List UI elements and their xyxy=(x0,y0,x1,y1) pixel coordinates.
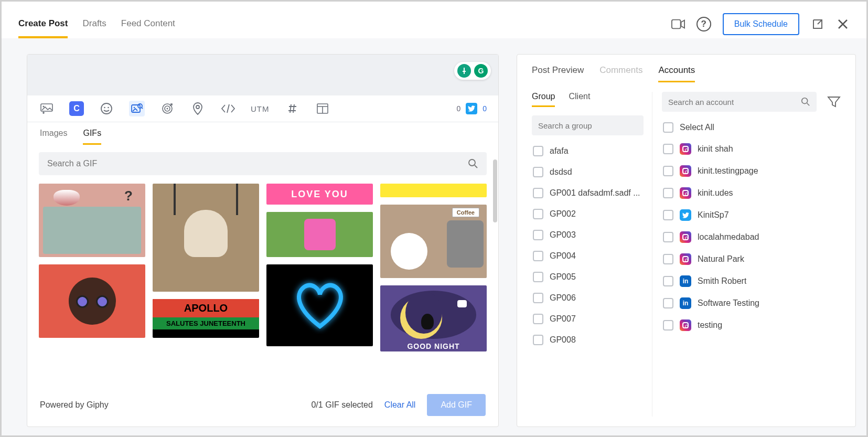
checkbox[interactable] xyxy=(533,167,543,177)
instagram-icon xyxy=(680,319,691,331)
tab-comments: Comments xyxy=(599,65,642,82)
checkbox[interactable] xyxy=(533,272,543,282)
account-search-input[interactable] xyxy=(668,98,801,106)
checkbox[interactable] xyxy=(663,166,673,176)
filter-icon[interactable] xyxy=(827,95,841,108)
checkbox[interactable] xyxy=(663,232,673,242)
gif-thumb[interactable] xyxy=(266,212,373,257)
checkbox[interactable] xyxy=(663,320,673,331)
checkbox[interactable] xyxy=(663,254,673,264)
accounts-columns: Group Client afafadsdsdGP001 dafsadmf.sa… xyxy=(532,92,841,417)
group-row[interactable]: GP008 xyxy=(532,329,644,350)
location-icon[interactable] xyxy=(190,101,206,116)
checkbox[interactable] xyxy=(533,335,543,345)
sub-tab-group[interactable]: Group xyxy=(532,92,555,107)
tab-accounts[interactable]: Accounts xyxy=(658,65,695,82)
gif-thumb[interactable]: APOLLO SALUTES JUNETEENTH xyxy=(153,299,259,338)
account-search-box[interactable] xyxy=(662,92,817,112)
media-library-icon[interactable] xyxy=(39,101,55,116)
checkbox[interactable] xyxy=(663,144,673,154)
tab-feed-content[interactable]: Feed Content xyxy=(121,18,175,38)
checkbox[interactable] xyxy=(663,188,673,198)
group-row[interactable]: afafa xyxy=(532,141,644,162)
template-icon[interactable] xyxy=(315,101,330,116)
group-row[interactable]: GP003 xyxy=(532,225,644,246)
gif-thumb[interactable] xyxy=(380,184,487,197)
topbar: Create Post Drafts Feed Content ? Bulk S… xyxy=(2,2,866,38)
account-row[interactable]: inSmith Robert xyxy=(662,270,841,292)
gif-search-box[interactable] xyxy=(39,152,487,175)
svg-point-16 xyxy=(802,98,808,104)
composer-panel: G C xyxy=(27,54,499,427)
account-row[interactable]: Natural Park xyxy=(662,248,841,270)
group-search-box[interactable] xyxy=(532,115,644,135)
account-row[interactable]: KinitSp7 xyxy=(662,204,841,226)
account-label: kinit.testingpage xyxy=(698,166,758,176)
account-label: Software Testing xyxy=(698,299,759,308)
popout-icon[interactable] xyxy=(811,17,824,31)
group-row[interactable]: GP006 xyxy=(532,287,644,308)
gif-thumb[interactable]: GOOD NIGHT xyxy=(380,285,487,351)
account-row[interactable]: kinit.udes xyxy=(662,182,841,204)
account-row[interactable]: kinit shah xyxy=(662,138,841,160)
checkbox[interactable] xyxy=(533,251,543,261)
tab-post-preview[interactable]: Post Preview xyxy=(532,65,584,82)
checkbox[interactable] xyxy=(663,298,673,308)
clear-all-link[interactable]: Clear All xyxy=(384,400,416,410)
checkbox[interactable] xyxy=(663,210,673,220)
group-row[interactable]: GP001 dafsadmf.sadf ... xyxy=(532,183,644,204)
code-icon[interactable] xyxy=(220,101,236,116)
gif-search-icon[interactable] xyxy=(129,101,145,116)
gif-thumb[interactable] xyxy=(153,184,259,292)
account-row[interactable]: localahmedabad xyxy=(662,226,841,248)
group-row[interactable]: GP007 xyxy=(532,308,644,329)
account-row[interactable]: kinit.testingpage xyxy=(662,160,841,182)
account-row[interactable]: inSoftware Testing xyxy=(662,292,841,314)
gif-thumb[interactable]: Coffee xyxy=(380,205,487,278)
checkbox[interactable] xyxy=(533,230,543,240)
svg-point-11 xyxy=(167,108,168,110)
grammarly-pill[interactable]: G xyxy=(454,62,491,80)
sub-tab-client[interactable]: Client xyxy=(569,92,590,107)
group-label: GP001 dafsadmf.sadf ... xyxy=(550,188,640,198)
group-row[interactable]: GP002 xyxy=(532,204,644,225)
checkbox[interactable] xyxy=(663,122,673,133)
emoji-icon[interactable] xyxy=(99,101,114,116)
scrollbar[interactable] xyxy=(493,159,497,222)
video-icon[interactable] xyxy=(671,17,685,31)
group-row[interactable]: GP005 xyxy=(532,267,644,287)
tab-gifs[interactable]: GIFs xyxy=(83,129,101,145)
checkbox[interactable] xyxy=(533,314,543,324)
checkbox[interactable] xyxy=(533,209,543,219)
tab-drafts[interactable]: Drafts xyxy=(82,18,106,38)
gif-thumb[interactable] xyxy=(39,264,145,338)
group-search-input[interactable] xyxy=(538,121,638,130)
checkbox[interactable] xyxy=(533,146,543,156)
group-row[interactable]: dsdsd xyxy=(532,162,644,183)
target-icon[interactable] xyxy=(159,101,175,116)
groups-column: Group Client afafadsdsdGP001 dafsadmf.sa… xyxy=(532,92,652,417)
account-row[interactable]: testing xyxy=(662,314,841,336)
close-icon[interactable] xyxy=(836,17,850,31)
instagram-icon xyxy=(680,187,691,199)
tab-create-post[interactable]: Create Post xyxy=(18,18,68,38)
gif-search-input[interactable] xyxy=(47,159,468,168)
help-icon[interactable]: ? xyxy=(696,17,711,31)
select-all-row[interactable]: Select All xyxy=(662,117,841,138)
svg-point-4 xyxy=(104,107,105,109)
bulk-schedule-button[interactable]: Bulk Schedule xyxy=(723,13,799,35)
group-label: GP004 xyxy=(550,251,576,261)
add-gif-button[interactable]: Add GIF xyxy=(427,394,486,416)
checkbox[interactable] xyxy=(533,293,543,303)
tab-images[interactable]: Images xyxy=(40,129,67,145)
group-row[interactable]: GP004 xyxy=(532,246,644,267)
gif-thumb[interactable]: ? xyxy=(39,184,145,257)
gif-thumb[interactable] xyxy=(266,264,373,346)
canva-icon[interactable]: C xyxy=(69,101,84,116)
utm-button[interactable]: UTM xyxy=(251,104,270,113)
hashtag-icon[interactable] xyxy=(284,101,300,116)
composer-text-area[interactable]: G xyxy=(27,55,498,95)
checkbox[interactable] xyxy=(663,276,673,286)
checkbox[interactable] xyxy=(533,188,543,198)
gif-thumb[interactable]: LOVE YOU xyxy=(266,184,373,205)
